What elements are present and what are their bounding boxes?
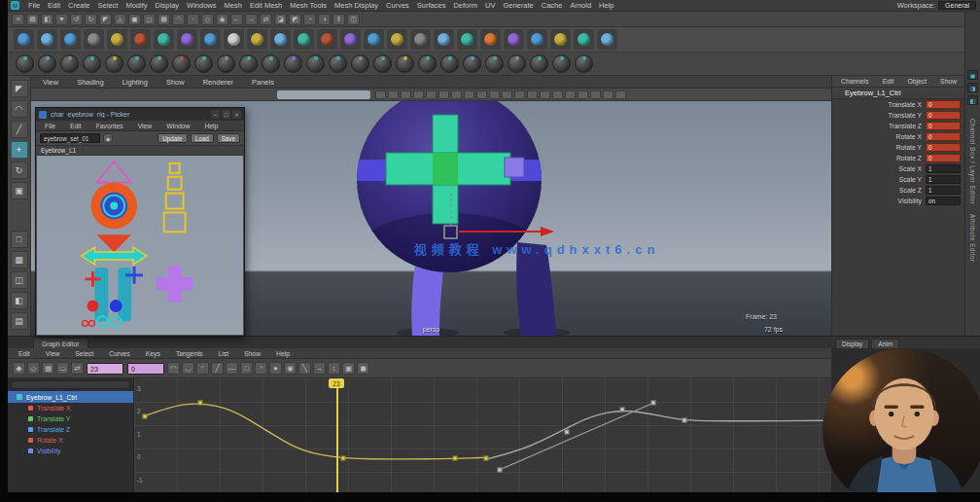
time-snap-icon[interactable]: ▣ xyxy=(342,362,355,375)
screen-space-ao-icon[interactable] xyxy=(514,90,525,99)
curve-key[interactable] xyxy=(198,401,203,406)
outliner-channel-row[interactable]: Translate Z xyxy=(8,424,133,435)
picker-menu-item[interactable]: Edit xyxy=(66,123,86,129)
shelf-knob-icon[interactable] xyxy=(351,54,369,73)
construction-history-icon[interactable]: ⇄ xyxy=(260,14,272,25)
shelf-tool-icon[interactable] xyxy=(294,29,314,50)
shading-wireframe-icon[interactable] xyxy=(438,90,449,99)
shelf-tool-icon[interactable] xyxy=(550,29,571,50)
snap-grid-icon[interactable]: ▦ xyxy=(158,14,170,25)
panel-menu-item[interactable]: Lighting xyxy=(119,78,152,87)
channel-value-field[interactable]: 1 xyxy=(926,164,961,173)
panel-menu-item[interactable]: Panels xyxy=(248,78,278,87)
rotate-tool-icon[interactable]: ↻ xyxy=(11,161,28,179)
channel-row[interactable]: Translate Z 0 xyxy=(832,121,964,131)
outliner-channel-row[interactable]: Translate X xyxy=(8,403,133,413)
picker-menu-item[interactable]: View xyxy=(134,123,157,129)
frame-stat-input[interactable]: 23 xyxy=(87,363,123,375)
shelf-knob-icon[interactable] xyxy=(194,54,213,73)
window-control-button[interactable]: □ xyxy=(222,110,230,119)
clamped-tangent-icon[interactable]: ◜ xyxy=(196,362,209,375)
shelf-tool-icon[interactable] xyxy=(107,29,127,50)
retime-tool-icon[interactable]: ⇄ xyxy=(71,362,84,375)
render-settings-icon[interactable]: ◑ xyxy=(318,14,331,25)
render-view-icon[interactable]: ◪ xyxy=(274,14,287,25)
bookmark-icon[interactable] xyxy=(413,90,424,99)
rotate-curve[interactable] xyxy=(486,412,827,460)
isolate-select-icon[interactable] xyxy=(565,90,576,99)
panel-toolbar-field[interactable] xyxy=(277,90,370,99)
hierarchy-mode-icon[interactable]: ◬ xyxy=(114,14,126,25)
shelf-knob-icon[interactable] xyxy=(83,54,101,73)
object-mode-icon[interactable]: ◼ xyxy=(128,14,141,25)
open-scene-icon[interactable]: ◧ xyxy=(41,14,53,25)
buffer-curve-snapshot-icon[interactable]: ● xyxy=(269,362,282,375)
shelf-knob-icon[interactable] xyxy=(508,54,526,73)
new-scene-icon[interactable]: ▤ xyxy=(26,14,39,25)
tool-settings-toggle-icon[interactable]: ◧ xyxy=(967,95,978,105)
channel-row[interactable]: Scale X 1 xyxy=(832,163,964,174)
paint-select-tool-icon[interactable]: ╱ xyxy=(11,121,28,138)
channel-box-menu-item[interactable]: Channels xyxy=(837,78,873,85)
shelf-knob-icon[interactable] xyxy=(440,54,459,73)
menubar-item[interactable]: Generate xyxy=(499,1,537,10)
curve-key[interactable] xyxy=(682,418,687,423)
symmetry-icon[interactable]: ◫ xyxy=(347,14,360,25)
shelf-tool-icon[interactable] xyxy=(270,29,291,50)
wireframe-on-shaded-icon[interactable] xyxy=(464,90,474,99)
textured-icon[interactable] xyxy=(476,90,487,99)
curve-key[interactable] xyxy=(452,456,457,461)
outliner-channel-row[interactable]: Visibility xyxy=(8,446,133,456)
pane-with-outliner-layout-icon[interactable]: ◧ xyxy=(11,292,28,309)
picker-options-icon[interactable]: ◆ xyxy=(103,133,113,143)
picker-titlebar[interactable]: char_eyebrow_rig - Picker –□× xyxy=(36,108,244,121)
translate-curve[interactable] xyxy=(145,404,486,459)
outliner-object-row[interactable]: Eyebrow_L1_Ctrl xyxy=(8,391,133,403)
render-frame-icon[interactable]: ◩ xyxy=(289,14,301,25)
graph-editor-menu-item[interactable]: Keys xyxy=(142,350,164,357)
shelf-knob-icon[interactable] xyxy=(150,54,168,73)
shelf-knob-icon[interactable] xyxy=(127,54,146,73)
menubar-item[interactable]: Curves xyxy=(382,1,413,10)
shelf-tool-icon[interactable] xyxy=(247,29,267,50)
undo-icon[interactable]: ↺ xyxy=(70,14,83,25)
channel-box-menu-item[interactable]: Show xyxy=(936,78,961,85)
shelf-knob-icon[interactable] xyxy=(552,54,571,73)
channel-row[interactable]: Scale Y 1 xyxy=(832,174,964,185)
shelf-knob-icon[interactable] xyxy=(60,54,79,73)
graph-editor-menu-item[interactable]: Show xyxy=(240,350,264,357)
curve-key[interactable] xyxy=(619,408,624,412)
picker-triangle-up-control[interactable] xyxy=(96,161,131,183)
unify-tangent-icon[interactable]: ↔ xyxy=(313,362,326,375)
snap-plane-icon[interactable]: ◇ xyxy=(201,14,214,25)
move-tool-icon[interactable]: + xyxy=(11,141,28,159)
shelf-knob-icon[interactable] xyxy=(575,54,593,73)
shelf-tool-icon[interactable] xyxy=(527,29,547,50)
menubar-item[interactable]: Edit Mesh xyxy=(246,1,286,10)
channel-row[interactable]: Translate X 0 xyxy=(832,99,964,110)
grid-toggle-icon[interactable] xyxy=(615,90,626,99)
curve-key[interactable] xyxy=(484,455,489,460)
step-tangent-icon[interactable]: □ xyxy=(240,362,253,375)
picker-menu-item[interactable]: Window xyxy=(162,123,193,129)
channel-value-field[interactable]: 0 xyxy=(926,111,961,120)
select-tool-icon[interactable]: ◤ xyxy=(11,80,28,97)
outliner-channel-row[interactable]: Rotate X xyxy=(8,435,133,446)
channel-row[interactable]: Scale Z 1 xyxy=(832,185,964,196)
panel-menu-item[interactable]: Renderer xyxy=(199,78,237,87)
shadows-icon[interactable] xyxy=(502,90,512,99)
linear-tangent-icon[interactable]: ╱ xyxy=(211,362,224,375)
make-live-icon[interactable]: ◉ xyxy=(216,14,228,25)
channel-row[interactable]: Translate Y 0 xyxy=(832,110,964,121)
shelf-knob-icon[interactable] xyxy=(239,54,258,73)
picker-button[interactable]: Update xyxy=(158,133,187,143)
curve-key[interactable] xyxy=(498,467,503,472)
graph-editor-menu-item[interactable]: View xyxy=(42,350,64,357)
current-time-handle[interactable]: 23 xyxy=(329,378,344,388)
menubar-item[interactable]: Arnold xyxy=(566,1,595,10)
spline-tangent-icon[interactable]: ◡ xyxy=(182,362,194,375)
channel-value-field[interactable]: 0 xyxy=(926,154,961,162)
picker-triangle-down-control[interactable] xyxy=(96,234,131,252)
shelf-tool-icon[interactable] xyxy=(130,29,151,50)
output-connections-icon[interactable]: → xyxy=(245,14,258,25)
